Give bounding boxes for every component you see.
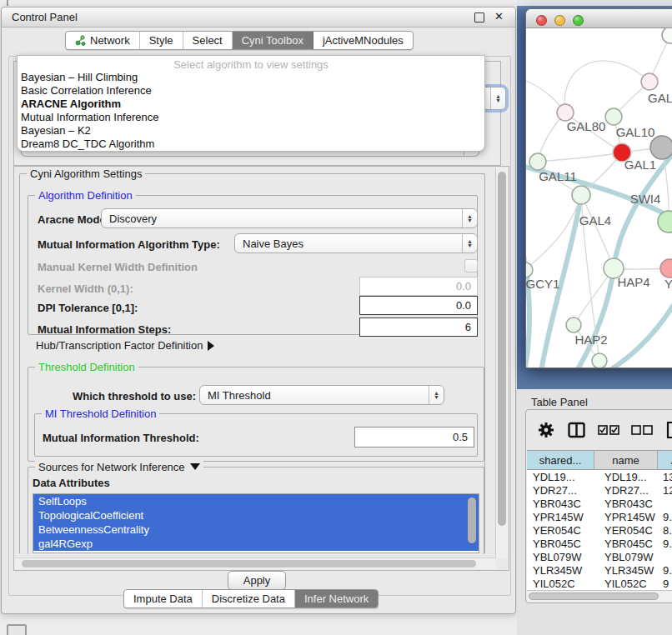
- table-cell: YBL079W: [594, 551, 658, 563]
- manual-kernel-width-checkbox[interactable]: [464, 259, 478, 272]
- application-root: Control Panel ✕ NetworkStyleSelectCyni T…: [0, 0, 672, 635]
- list-scrollbar-thumb[interactable]: [468, 498, 476, 543]
- column-header-shared-[interactable]: shared...: [527, 451, 594, 469]
- data-attribute-betweennesscentrality[interactable]: BetweennessCentrality: [33, 522, 479, 537]
- aracne-mode-label: Aracne Mode:: [38, 213, 109, 226]
- tab-select[interactable]: Select: [183, 32, 233, 49]
- network-canvas[interactable]: GALGAL80GAL10GAL1GAL11GAL4SWI4GCY1HAP4YH…: [526, 28, 672, 368]
- dpi-tolerance-label: DPI Tolerance [0,1]:: [38, 302, 138, 314]
- hub-tf-definition-expander[interactable]: Hub/Transcription Factor Definition: [36, 339, 214, 352]
- table-cell: YDR27...: [527, 484, 594, 497]
- table-row-yil052c[interactable]: YIL052CYIL052C9: [527, 577, 672, 590]
- mi-steps-field[interactable]: 6: [359, 318, 478, 337]
- node-gal80[interactable]: [557, 104, 574, 121]
- node-gal11[interactable]: [529, 153, 546, 170]
- algorithm-option-dream8-dc-tdc-algorithm[interactable]: Dream8 DC_TDC Algorithm: [18, 138, 484, 151]
- table-hscroll-thumb[interactable]: [529, 592, 659, 600]
- tab-discretize-data[interactable]: Discretize Data: [203, 590, 295, 608]
- mi-threshold-field[interactable]: 0.5: [354, 427, 474, 448]
- sources-expander[interactable]: Sources for Network Inference: [35, 461, 203, 473]
- tab-network[interactable]: Network: [66, 32, 140, 49]
- data-attributes-list[interactable]: SelfLoopsTopologicalCoefficientBetweenne…: [33, 493, 479, 553]
- algorithm-option-bayesian-hill-climbing[interactable]: Bayesian – Hill Climbing: [18, 71, 484, 84]
- node-gal2-label: GAL: [648, 91, 672, 105]
- mac-zoom-button[interactable]: [573, 15, 584, 26]
- algorithm-option-basic-correlation-inference[interactable]: Basic Correlation Inference: [18, 84, 484, 98]
- checked-boxes-icon[interactable]: [598, 425, 619, 435]
- vertical-scrollbar[interactable]: [495, 168, 508, 558]
- node-hap2-label: HAP2: [574, 332, 607, 347]
- panel-grip-button[interactable]: [7, 624, 27, 635]
- node-salmon[interactable]: [660, 259, 672, 278]
- node-gal10[interactable]: [605, 108, 622, 125]
- vertical-scrollbar-thumb[interactable]: [498, 172, 506, 526]
- algorithm-dropdown-popup: Select algorithm to view settings Bayesi…: [17, 55, 485, 152]
- stepper-arrows-icon: ▲▼: [490, 88, 505, 109]
- node-salmon-label: Y: [664, 277, 672, 291]
- apply-button[interactable]: Apply: [228, 571, 286, 590]
- tab-cyni-toolbox[interactable]: Cyni Toolbox: [233, 32, 313, 49]
- table-row-ybl079w[interactable]: YBL079WYBL079W: [527, 550, 672, 563]
- columns-icon[interactable]: [568, 422, 585, 438]
- table-row-yer054c[interactable]: YER054CYER054C8.: [527, 523, 672, 537]
- table-cell: 9.: [658, 511, 672, 523]
- kernel-width-field[interactable]: 0.0: [359, 277, 478, 296]
- mi-algorithm-type-label: Mutual Information Algorithm Type:: [38, 238, 220, 251]
- mi-algorithm-type-value: Naive Bayes: [235, 238, 462, 250]
- unchecked-boxes-icon[interactable]: [631, 425, 653, 435]
- node-gal2[interactable]: [641, 73, 658, 90]
- close-panel-button[interactable]: ✕: [493, 11, 505, 23]
- expanded-arrow-icon: [190, 463, 200, 470]
- which-threshold-combobox[interactable]: MI Threshold ▲▼: [199, 385, 444, 405]
- manual-kernel-width-label: Manual Kernel Width Definition: [38, 261, 198, 273]
- algorithm-option-mutual-information-inference[interactable]: Mutual Information Inference: [18, 111, 484, 124]
- node-hap2[interactable]: [566, 318, 581, 332]
- aracne-mode-combobox[interactable]: Discovery ▲▼: [101, 208, 478, 228]
- table-row-ypr145w[interactable]: YPR145WYPR145W9.: [527, 510, 672, 523]
- algorithm-dropdown-list: Bayesian – Hill ClimbingBasic Correlatio…: [18, 71, 484, 151]
- algorithm-option-bayesian-k2[interactable]: Bayesian – K2: [18, 124, 484, 138]
- tab-jactivemnodules[interactable]: jActiveMNodules: [313, 32, 413, 49]
- node-gal4[interactable]: [572, 186, 590, 204]
- table-cell: 8.: [658, 524, 672, 537]
- horizontal-scrollbar[interactable]: [15, 558, 495, 569]
- tab-network-label: Network: [90, 34, 130, 47]
- table-cell: YPR145W: [527, 511, 594, 523]
- algorithm-option-aracne-algorithm[interactable]: ARACNE Algorithm: [18, 98, 484, 111]
- tab-impute-data[interactable]: Impute Data: [124, 590, 203, 608]
- table-horizontal-scrollbar[interactable]: [527, 590, 672, 602]
- network-graph: GALGAL80GAL10GAL1GAL11GAL4SWI4GCY1HAP4YH…: [526, 28, 672, 368]
- table-row-ydr27-[interactable]: YDR27...YDR27...12: [527, 483, 672, 497]
- table-row-ybr045c[interactable]: YBR045CYBR045C9.: [527, 537, 672, 550]
- tab-infer-network[interactable]: Infer Network: [295, 590, 378, 608]
- column-header-name[interactable]: name: [594, 451, 658, 469]
- table-row-ybr043c[interactable]: YBR043CYBR043C: [527, 497, 672, 510]
- mac-minimize-button[interactable]: [554, 15, 565, 26]
- mi-threshold-definition-title: MI Threshold Definition: [42, 408, 159, 420]
- gear-icon[interactable]: [538, 422, 554, 438]
- table-row-ydl19-[interactable]: YDL19...YDL19...13: [527, 470, 672, 483]
- splitter-tick: [7, 0, 8, 6]
- float-window-button[interactable]: [473, 11, 485, 23]
- column-header-a[interactable]: A: [658, 451, 672, 469]
- stepper-arrows-icon: ▲▼: [429, 386, 444, 404]
- node-bottom[interactable]: [592, 353, 607, 368]
- node-gal4-label: GAL4: [579, 213, 611, 228]
- table-row-ylr345w[interactable]: YLR345WYLR345W9.: [527, 563, 672, 577]
- data-attribute-selfloops[interactable]: SelfLoops: [33, 494, 479, 508]
- node-gray[interactable]: [650, 136, 672, 159]
- data-attribute-gal4rgexp[interactable]: gal4RGexp: [33, 537, 479, 551]
- tab-style[interactable]: Style: [140, 32, 183, 49]
- node-gal10-label: GAL10: [616, 125, 655, 139]
- data-attribute-topologicalcoefficient[interactable]: TopologicalCoefficient: [33, 508, 479, 522]
- mac-close-button[interactable]: [536, 15, 547, 26]
- horizontal-scrollbar-thumb[interactable]: [22, 560, 476, 568]
- node-gal1-label: GAL1: [624, 158, 656, 172]
- dpi-tolerance-field[interactable]: 0.0: [359, 296, 478, 315]
- mi-algorithm-type-combobox[interactable]: Naive Bayes ▲▼: [234, 233, 478, 253]
- document-icon[interactable]: [666, 421, 672, 439]
- node-top[interactable]: [662, 28, 672, 43]
- node-table: shared...nameA YDL19...YDL19...13YDR27..…: [527, 450, 672, 591]
- table-cell: YBR043C: [527, 498, 594, 510]
- table-cell: 9: [658, 578, 672, 590]
